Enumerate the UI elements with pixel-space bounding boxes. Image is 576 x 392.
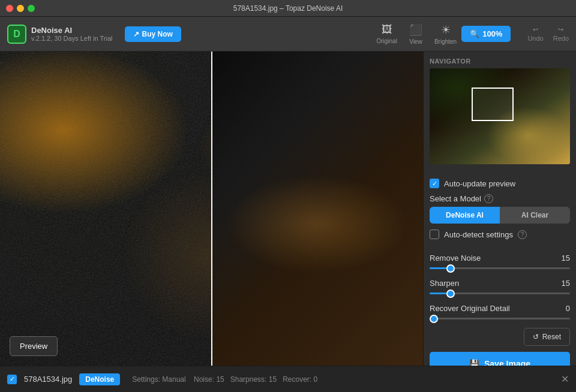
model-help-icon[interactable]: ? — [484, 194, 493, 203]
model-buttons: DeNoise AI AI Clear — [430, 207, 570, 224]
maximize-window-button[interactable] — [28, 5, 35, 12]
main-area: Preview NAVIGATOR ✓ Auto-update preview … — [0, 52, 576, 366]
close-file-button[interactable]: ✕ — [561, 373, 569, 385]
save-image-button[interactable]: 💾 Save Image — [430, 352, 570, 366]
logo-area: D DeNoise AI v.2.1.2, 30 Days Left in Tr… — [7, 25, 113, 44]
save-icon: 💾 — [469, 359, 479, 366]
brighten-label: Brighten — [434, 38, 457, 45]
buy-now-button[interactable]: ↗ Buy Now — [125, 26, 181, 42]
auto-detect-row: Auto-detect settings ? — [430, 230, 570, 239]
reset-icon: ↺ — [533, 333, 539, 341]
external-link-icon: ↗ — [133, 30, 139, 38]
preview-area[interactable]: Preview — [0, 52, 423, 366]
app-title-area: DeNoise AI v.2.1.2, 30 Days Left in Tria… — [31, 26, 113, 42]
view-icon: ⬛ — [409, 23, 422, 37]
preview-right-denoised — [212, 52, 424, 366]
recover-detail-thumb — [430, 315, 438, 323]
auto-detect-help-icon[interactable]: ? — [518, 230, 527, 239]
denoised-image — [212, 52, 424, 366]
sharpen-label: Sharpen — [430, 279, 459, 288]
file-checkbox[interactable]: ✓ — [7, 375, 17, 384]
toolbar: D DeNoise AI v.2.1.2, 30 Days Left in Tr… — [0, 17, 576, 52]
sharpen-thumb — [446, 290, 455, 298]
preview-canvas — [0, 52, 423, 366]
right-panel: NAVIGATOR ✓ Auto-update preview Select a… — [423, 52, 576, 366]
brighten-button[interactable]: ☀ Brighten — [434, 23, 457, 45]
remove-noise-slider-row: Remove Noise 15 — [430, 254, 570, 272]
remove-noise-label: Remove Noise — [430, 254, 481, 263]
app-logo-icon: D — [7, 25, 26, 44]
navigator-label: NAVIGATOR — [430, 58, 570, 65]
sharpen-header: Sharpen 15 — [430, 279, 570, 288]
minimize-window-button[interactable] — [17, 5, 24, 12]
original-view-button[interactable]: 🖼 Original — [376, 23, 397, 44]
app-version: v.2.1.2, 30 Days Left in Trial — [31, 35, 113, 42]
auto-update-checkbox[interactable]: ✓ — [430, 179, 439, 188]
model-section-label: Select a Model ? — [430, 194, 570, 203]
comparison-divider[interactable] — [211, 52, 212, 366]
sliders-section: Remove Noise 15 Sharpen 15 — [430, 254, 570, 322]
preview-left-noisy — [0, 52, 212, 366]
bottom-bar: ✓ 578A1534.jpg DeNoise Settings: Manual … — [0, 366, 576, 392]
noise-overlay — [0, 52, 212, 366]
recover-detail-slider-row: Recover Original Detail 0 — [430, 304, 570, 322]
file-name: 578A1534.jpg — [24, 375, 72, 384]
navigator-section: NAVIGATOR — [430, 58, 570, 164]
remove-noise-track[interactable] — [430, 267, 570, 269]
app-name: DeNoise AI — [31, 26, 113, 35]
recover-detail-header: Recover Original Detail 0 — [430, 304, 570, 313]
sun-icon: ☀ — [441, 23, 451, 37]
undo-button[interactable]: ↩ Undo — [527, 26, 543, 42]
window-controls — [6, 5, 35, 12]
sharpen-value: 15 — [562, 279, 570, 288]
recover-detail-label: Recover Original Detail — [430, 304, 510, 313]
reset-button[interactable]: ↺ Reset — [524, 328, 570, 346]
sharpen-slider-row: Sharpen 15 — [430, 279, 570, 297]
undo-redo-area: ↩ Undo ↪ Redo — [527, 26, 569, 42]
auto-detect-label: Auto-detect settings — [444, 230, 513, 239]
settings-info: Settings: Manual Noise: 15 Sharpness: 15… — [132, 375, 317, 384]
ai-clear-model-button[interactable]: AI Clear — [500, 207, 570, 224]
close-window-button[interactable] — [6, 5, 13, 12]
view-button[interactable]: ⬛ View — [409, 23, 422, 45]
redo-button[interactable]: ↪ Redo — [553, 26, 569, 42]
navigator-viewport[interactable] — [472, 88, 514, 121]
auto-update-label: Auto-update preview — [444, 179, 515, 188]
redo-icon: ↪ — [558, 26, 563, 34]
denoise-ai-model-button[interactable]: DeNoise AI — [430, 207, 500, 224]
zoom-button[interactable]: 🔍 100% — [461, 26, 511, 42]
zoom-icon: 🔍 — [470, 29, 479, 38]
auto-detect-checkbox[interactable] — [430, 230, 439, 239]
recover-detail-track[interactable] — [430, 318, 570, 319]
original-label: Original — [376, 38, 397, 44]
recover-detail-value: 0 — [566, 304, 570, 313]
model-section: Select a Model ? DeNoise AI AI Clear — [430, 194, 570, 224]
title-bar: 578A1534.jpg – Topaz DeNoise AI — [0, 0, 576, 17]
image-icon: 🖼 — [382, 23, 392, 36]
noisy-image — [0, 52, 212, 366]
window-title: 578A1534.jpg – Topaz DeNoise AI — [233, 4, 343, 13]
preview-button[interactable]: Preview — [10, 336, 58, 356]
undo-icon: ↩ — [533, 26, 538, 34]
auto-update-row: ✓ Auto-update preview — [430, 179, 570, 188]
sharpen-track[interactable] — [430, 293, 570, 294]
remove-noise-header: Remove Noise 15 — [430, 254, 570, 263]
remove-noise-value: 15 — [562, 254, 570, 263]
navigator-thumbnail[interactable] — [430, 68, 570, 164]
view-controls: 🖼 Original ⬛ View ☀ Brighten — [376, 23, 457, 45]
remove-noise-thumb — [446, 264, 455, 273]
denoise-badge: DeNoise — [79, 373, 120, 385]
view-label: View — [409, 38, 422, 45]
